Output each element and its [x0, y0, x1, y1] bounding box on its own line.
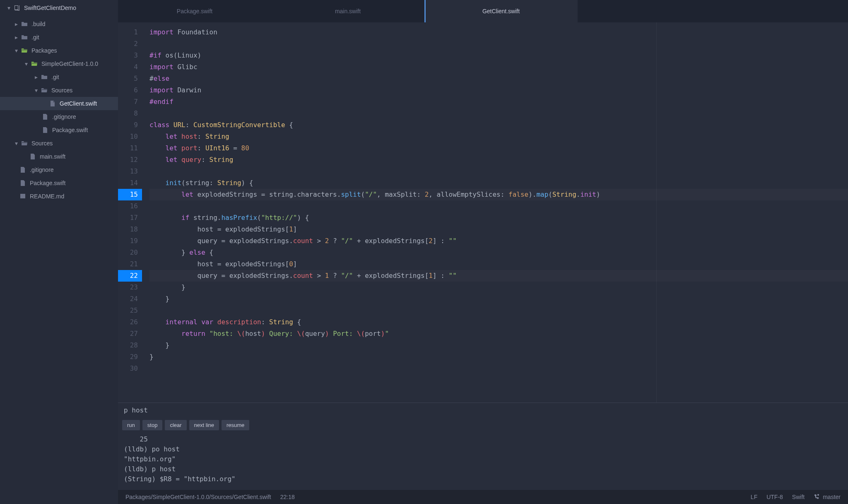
debug-output: 25 (lldb) po host "httpbin.org" (lldb) p…: [118, 433, 848, 490]
chevron-right-icon: [13, 34, 19, 41]
debug-toolbar: run stop clear next line resume: [118, 417, 848, 433]
app-root: SwiftGetClientDemo .build .git Packages: [0, 0, 848, 504]
repo-icon: [13, 4, 21, 12]
tree-folder-git[interactable]: .git: [0, 31, 118, 44]
tab-getclient[interactable]: GetClient.swift: [424, 0, 578, 22]
status-cursor[interactable]: 22:18: [280, 494, 295, 500]
debug-panel: p host run stop clear next line resume 2…: [118, 403, 848, 490]
tree-file-getclient[interactable]: GetClient.swift: [0, 97, 118, 110]
tree-item-label: .git: [51, 74, 59, 80]
project-name: SwiftGetClientDemo: [24, 5, 76, 11]
chevron-right-icon: [13, 21, 19, 27]
book-icon: [19, 193, 26, 200]
tree-item-label: README.md: [30, 193, 64, 200]
tree-folder-sgc-sources[interactable]: Sources: [0, 84, 118, 97]
tree-folder-simplegetclient[interactable]: SimpleGetClient-1.0.0: [0, 57, 118, 70]
folder-open-icon: [21, 140, 28, 147]
file-icon: [41, 113, 49, 121]
file-icon: [49, 100, 56, 107]
stop-button[interactable]: stop: [142, 420, 163, 430]
tree-file-sgc-gitignore[interactable]: .gitignore: [0, 110, 118, 123]
chevron-down-icon: [33, 87, 39, 94]
tab-spacer: [578, 0, 848, 22]
tree-folder-sgc-git[interactable]: .git: [0, 70, 118, 84]
run-button[interactable]: run: [122, 420, 140, 430]
tree-item-label: Package.swift: [30, 180, 65, 186]
tab-label: main.swift: [335, 8, 361, 14]
tab-label: GetClient.swift: [482, 8, 520, 14]
tree-item-label: .git: [31, 34, 39, 41]
clear-button[interactable]: clear: [165, 420, 186, 430]
tree-file-package[interactable]: Package.swift: [0, 176, 118, 190]
tree-file-sgc-package[interactable]: Package.swift: [0, 123, 118, 137]
project-root[interactable]: SwiftGetClientDemo: [0, 0, 118, 16]
status-git[interactable]: master: [814, 493, 841, 501]
folder-icon: [41, 73, 48, 81]
status-branch: master: [823, 494, 841, 500]
file-icon: [41, 126, 49, 134]
tree-item-label: .gitignore: [52, 113, 76, 120]
folder-open-icon: [31, 60, 38, 68]
tree-item-label: .gitignore: [30, 166, 54, 173]
folder-open-icon: [21, 47, 28, 54]
resume-button[interactable]: resume: [222, 420, 249, 430]
chevron-right-icon: [33, 74, 39, 80]
code-editor[interactable]: 1234567891011121314151617181920212223242…: [118, 22, 848, 403]
tab-package[interactable]: Package.swift: [118, 0, 271, 22]
folder-icon: [21, 34, 28, 41]
tree-file-gitignore[interactable]: .gitignore: [0, 163, 118, 176]
tree-file-readme[interactable]: README.md: [0, 190, 118, 203]
chevron-down-icon: [6, 5, 12, 11]
status-line-ending[interactable]: LF: [751, 494, 757, 500]
status-path[interactable]: Packages/SimpleGetClient-1.0.0/Sources/G…: [125, 494, 271, 500]
code-area[interactable]: import Foundation #if os(Linux) import G…: [142, 22, 848, 403]
folder-icon: [21, 20, 28, 28]
git-branch-icon: [814, 493, 820, 501]
tree-item-label: Sources: [31, 140, 53, 147]
editor-column: Package.swift main.swift GetClient.swift…: [118, 0, 848, 504]
tab-main[interactable]: main.swift: [271, 0, 424, 22]
tree-folder-sources[interactable]: Sources: [0, 137, 118, 150]
tree-item-label: Package.swift: [52, 127, 88, 133]
file-icon: [19, 166, 26, 174]
tree: .build .git Packages SimpleGetClient-1.0…: [0, 16, 118, 203]
status-language[interactable]: Swift: [792, 494, 805, 500]
chevron-down-icon: [13, 47, 19, 54]
tree-folder-build[interactable]: .build: [0, 17, 118, 31]
status-bar: Packages/SimpleGetClient-1.0.0/Sources/G…: [118, 490, 848, 504]
folder-open-icon: [41, 87, 48, 94]
next-line-button[interactable]: next line: [189, 420, 219, 430]
tab-bar: Package.swift main.swift GetClient.swift: [118, 0, 848, 22]
tree-item-label: .build: [31, 21, 45, 27]
tree-file-main[interactable]: main.swift: [0, 150, 118, 163]
file-icon: [19, 179, 26, 187]
debug-input[interactable]: p host: [118, 403, 848, 417]
file-tree-sidebar: SwiftGetClientDemo .build .git Packages: [0, 0, 118, 504]
tree-item-label: main.swift: [40, 153, 65, 160]
line-number-gutter: 1234567891011121314151617181920212223242…: [118, 22, 142, 403]
status-encoding[interactable]: UTF-8: [766, 494, 783, 500]
tab-label: Package.swift: [177, 8, 212, 14]
tree-item-label: SimpleGetClient-1.0.0: [41, 60, 98, 67]
workspace: SwiftGetClientDemo .build .git Packages: [0, 0, 848, 504]
tree-item-label: Packages: [31, 47, 57, 54]
chevron-down-icon: [13, 140, 19, 147]
tree-item-label: GetClient.swift: [60, 100, 97, 107]
tree-folder-packages[interactable]: Packages: [0, 44, 118, 57]
chevron-down-icon: [23, 60, 29, 67]
file-icon: [29, 153, 36, 160]
tree-item-label: Sources: [51, 87, 72, 94]
